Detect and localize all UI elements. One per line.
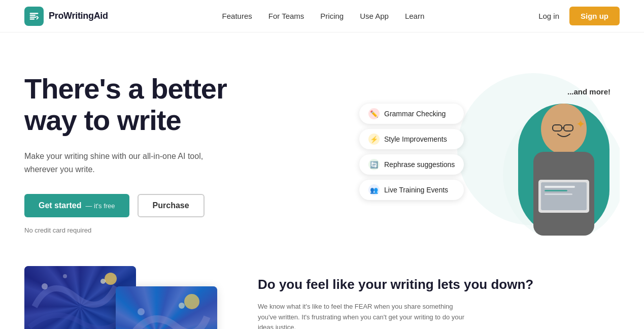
more-label: ...and more! bbox=[567, 87, 611, 96]
get-started-button[interactable]: Get started — it's free bbox=[24, 194, 129, 217]
svg-rect-10 bbox=[545, 190, 567, 191]
pill-rephrase: 🔄 Rephrase suggestions bbox=[359, 154, 464, 175]
purchase-button[interactable]: Purchase bbox=[138, 194, 205, 217]
hero-subtitle: Make your writing shine with our all-in-… bbox=[24, 150, 217, 176]
hero-content: There's a better way to write Make your … bbox=[24, 63, 309, 234]
hero-title: There's a better way to write bbox=[24, 73, 309, 136]
svg-point-14 bbox=[42, 283, 48, 289]
nav-for-teams[interactable]: For Teams bbox=[268, 12, 304, 20]
signup-button[interactable]: Sign up bbox=[569, 7, 620, 25]
no-credit-card-text: No credit card required bbox=[24, 226, 309, 234]
svg-point-17 bbox=[179, 303, 185, 309]
svg-point-18 bbox=[138, 308, 145, 315]
training-icon: 👥 bbox=[368, 184, 380, 195]
nav-pricing[interactable]: Pricing bbox=[320, 12, 344, 20]
logo[interactable]: ProWritingAid bbox=[24, 7, 108, 26]
nav-features[interactable]: Features bbox=[222, 12, 252, 20]
sparkle-icon: ✦ bbox=[576, 118, 585, 131]
svg-point-15 bbox=[63, 274, 67, 278]
header: ProWritingAid Features For Teams Pricing… bbox=[0, 0, 644, 32]
logo-text: ProWritingAid bbox=[49, 11, 108, 21]
hero-section: There's a better way to write Make your … bbox=[0, 32, 644, 256]
nav-use-app[interactable]: Use App bbox=[360, 12, 389, 20]
pill-grammar: ✏️ Grammar Checking bbox=[359, 104, 464, 124]
header-actions: Log in Sign up bbox=[538, 7, 620, 25]
style-icon: ⚡ bbox=[368, 134, 380, 145]
feature-pills: ✏️ Grammar Checking ⚡ Style Improvements… bbox=[359, 104, 464, 200]
lower-section: My idea in my head Do you feel like your… bbox=[0, 256, 644, 329]
pill-training: 👥 Live Training Events bbox=[359, 180, 464, 200]
lower-title: Do you feel like your writing lets you d… bbox=[258, 276, 620, 293]
grammar-icon: ✏️ bbox=[368, 108, 380, 119]
svg-rect-11 bbox=[545, 193, 572, 195]
hero-illustration: ...and more! ✦ ✏️ Grammar Checking ⚡ Sty… bbox=[329, 63, 620, 236]
starry-night-front bbox=[116, 286, 217, 329]
lower-description: We know what it's like to feel the FEAR … bbox=[258, 302, 471, 329]
pill-style: ⚡ Style Improvements bbox=[359, 129, 464, 149]
lower-text: Do you feel like your writing lets you d… bbox=[258, 266, 620, 329]
hero-buttons: Get started — it's free Purchase bbox=[24, 194, 309, 217]
main-nav: Features For Teams Pricing Use App Learn bbox=[222, 12, 425, 20]
svg-point-13 bbox=[100, 279, 106, 284]
svg-rect-9 bbox=[545, 186, 575, 188]
svg-point-16 bbox=[184, 294, 199, 309]
login-link[interactable]: Log in bbox=[538, 12, 559, 20]
image-stack: My idea in my head bbox=[24, 266, 217, 329]
rephrase-icon: 🔄 bbox=[368, 159, 380, 170]
nav-learn[interactable]: Learn bbox=[405, 12, 424, 20]
logo-icon bbox=[24, 7, 44, 26]
svg-point-12 bbox=[105, 273, 117, 285]
